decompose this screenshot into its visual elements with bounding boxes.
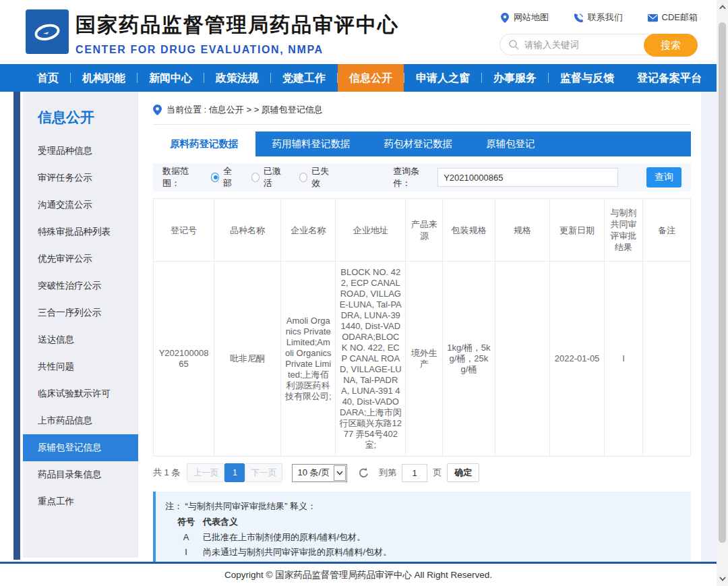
quick-link-label: 网站地图 [514,11,549,24]
tab-2[interactable]: 药包材登记数据 [367,131,470,156]
table-cell-9 [642,262,690,457]
nav-item-8[interactable]: 监督与反馈 [549,64,626,92]
column-header-8: 与制剂共同审评审批结果 [605,199,643,262]
radio-checked-icon [211,173,219,182]
sidebar-item-4[interactable]: 优先审评公示 [23,245,138,272]
site-search-button[interactable]: 搜索 [644,34,698,57]
filter-bar: 数据范围： 全部已激活已失效 查询条件： 查询 [153,163,691,192]
note-header-row: 符号代表含义 [165,514,680,530]
main-nav: 首页机构职能新闻中心政策法规党建工作信息公开申请人之窗办事服务监督与反馈登记备案… [0,64,717,92]
scope-radio-group: 全部已激活已失效 [211,165,334,189]
scope-option-1[interactable]: 已激活 [251,165,286,189]
results-table: 登记号品种名称企业名称企业地址产品来源包装规格规格更新日期与制剂共同审评审批结果… [153,198,691,457]
page: 国家药品监督管理局药品审评中心 CENTER FOR DRUG EVALUATI… [0,0,728,586]
note-row-1: I尚未通过与制剂共同审评审批的原料/辅料/包材。 [165,545,680,560]
radio-unchecked-icon [251,173,260,182]
location-pin-icon [499,13,510,23]
prev-page-button[interactable]: 上一页 [187,463,224,482]
sidebar-item-3[interactable]: 特殊审批品种列表 [23,218,138,245]
sidebar-item-2[interactable]: 沟通交流公示 [23,192,138,218]
goto-page-input[interactable] [402,464,427,482]
quick-link-0[interactable]: 网站地图 [499,11,549,24]
sidebar-item-9[interactable]: 临床试验默示许可 [23,380,138,407]
sidebar-item-10[interactable]: 上市药品信息 [23,407,138,434]
sidebar-item-7[interactable]: 送达信息 [23,326,138,353]
column-header-0: 登记号 [154,199,214,262]
tab-3[interactable]: 原辅包登记 [469,131,552,156]
query-input[interactable] [437,168,618,187]
sidebar: 信息公开 受理品种信息审评任务公示沟通交流公示特殊审批品种列表优先审评公示突破性… [23,92,138,558]
scope-option-2[interactable]: 已失效 [299,165,334,189]
nav-item-3[interactable]: 政策法规 [204,64,270,92]
nav-item-0[interactable]: 首页 [26,64,70,92]
query-button[interactable]: 查询 [646,167,681,187]
cde-swan-logo-icon [26,9,69,54]
breadcrumb: 当前位置 : 信息公开 > > 原辅包登记信息 [153,92,691,125]
column-header-5: 包装规格 [443,199,495,262]
tab-0[interactable]: 原料药登记数据 [153,131,255,156]
column-header-6: 规格 [495,199,549,262]
site-subtitle: CENTER FOR DRUG EVALUATION, NMPA [75,44,399,56]
site-title: 国家药品监督管理局药品审评中心 [75,11,399,39]
scroll-up-icon[interactable] [717,1,728,13]
column-header-1: 品种名称 [214,199,281,262]
scope-option-0[interactable]: 全部 [211,165,238,189]
tab-1[interactable]: 药用辅料登记数据 [255,131,367,156]
table-header-row: 登记号品种名称企业名称企业地址产品来源包装规格规格更新日期与制剂共同审评审批结果… [154,199,691,262]
phone-icon [574,13,584,23]
sidebar-item-5[interactable]: 突破性治疗公示 [23,272,138,299]
radio-label: 已失效 [311,165,334,189]
column-header-3: 企业地址 [336,199,406,262]
nav-item-9[interactable]: 登记备案平台 [626,64,713,92]
page-number-button[interactable]: 1 [224,463,245,482]
table-body: Y20210000865吡非尼酮Amoli Organics Private L… [154,262,691,457]
next-page-button[interactable]: 下一页 [245,463,282,482]
nav-item-1[interactable]: 机构职能 [71,64,137,92]
table-cell-7: 2022-01-05 [549,262,604,457]
scrollbar-thumb[interactable] [719,22,726,543]
note-symbol: I [175,545,198,560]
scope-label: 数据范围： [162,165,202,189]
main-panel: 当前位置 : 信息公开 > > 原辅包登记信息 原料药登记数据药用辅料登记数据药… [153,92,691,562]
sidebar-item-11[interactable]: 原辅包登记信息 [23,434,138,461]
envelope-icon [648,13,658,23]
breadcrumb-text: 当前位置 : 信息公开 > > 原辅包登记信息 [166,104,323,116]
goto-label: 到第 [379,467,396,479]
table-cell-1: 吡非尼酮 [214,262,281,457]
table-cell-4: 境外生产 [406,262,443,457]
sidebar-item-8[interactable]: 共性问题 [23,353,138,380]
nav-item-6[interactable]: 申请人之窗 [404,64,481,92]
quick-link-1[interactable]: 联系我们 [574,11,623,24]
sidebar-item-12[interactable]: 药品目录集信息 [23,461,138,488]
quick-link-2[interactable]: CDE邮箱 [648,11,698,24]
page-size-select[interactable]: 10 条/页 [292,464,347,482]
total-count: 共 1 条 [153,467,180,479]
note-symbol: A [175,530,198,545]
sidebar-items: 受理品种信息审评任务公示沟通交流公示特殊审批品种列表优先审评公示突破性治疗公示三… [23,138,138,515]
chevron-down-icon [334,465,346,481]
sidebar-item-1[interactable]: 审评任务公示 [23,165,138,192]
nav-item-4[interactable]: 党建工作 [271,64,337,92]
copyright-text: Copyright © 国家药品监督管理局药品审评中心 All Right Re… [224,569,492,581]
sidebar-item-6[interactable]: 三合一序列公示 [23,299,138,326]
tab-bar: 原料药登记数据药用辅料登记数据药包材登记数据原辅包登记 [153,131,691,156]
confirm-button[interactable]: 确定 [447,463,479,482]
nav-item-7[interactable]: 办事服务 [482,64,548,92]
scroll-down-icon[interactable] [717,573,728,585]
sidebar-item-0[interactable]: 受理品种信息 [23,138,138,165]
location-pin-icon [153,105,162,115]
sidebar-title: 信息公开 [23,108,138,127]
table-cell-3: BLOCK NO. 422, ECP CANAL ROAD, VILLAGE-L… [336,262,406,457]
nav-item-2[interactable]: 新闻中心 [138,64,204,92]
note-meaning: 已批准在上市制剂使用的原料/辅料/包材。 [203,532,365,542]
vertical-scrollbar[interactable] [717,0,728,586]
site-header: 国家药品监督管理局药品审评中心 CENTER FOR DRUG EVALUATI… [0,0,717,64]
column-header-2: 企业名称 [281,199,336,262]
sidebar-item-13[interactable]: 重点工作 [23,488,138,515]
radio-label: 已激活 [264,165,286,189]
refresh-icon[interactable] [358,467,369,479]
header-right: 网站地图联系我们CDE邮箱 搜索 [499,11,698,55]
right-gutter [701,92,717,562]
query-label: 查询条件： [393,165,432,189]
nav-item-5[interactable]: 信息公开 [338,64,404,92]
